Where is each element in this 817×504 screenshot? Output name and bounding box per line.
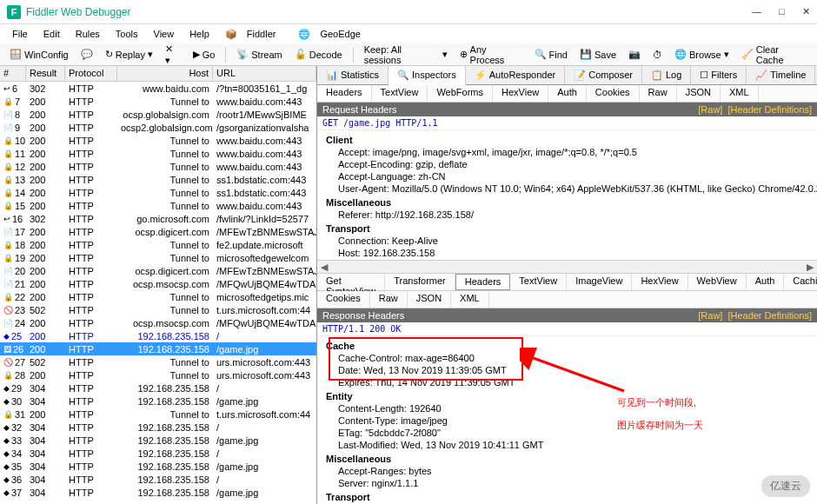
req-tab-auth[interactable]: Auth xyxy=(548,85,587,102)
req-defs-link[interactable]: [Header Definitions] xyxy=(727,104,812,115)
menu-rules[interactable]: Rules xyxy=(69,27,107,41)
minimize-button[interactable]: — xyxy=(752,6,761,17)
col-result[interactable]: Result xyxy=(26,66,65,81)
any-process-button[interactable]: ⊕ Any Process xyxy=(455,43,527,67)
menu-geoedge[interactable]: 🌐 GeoEdge xyxy=(291,25,374,43)
session-row[interactable]: 📄17200HTTPocsp.digicert.com/MFEwTzBNMEsw… xyxy=(0,225,316,238)
svg-line-0 xyxy=(528,356,624,391)
session-row[interactable]: 🔒28200HTTPTunnel tours.microsoft.com:443 xyxy=(0,368,316,381)
session-row[interactable]: 🔒11200HTTPTunnel towww.baidu.com:443 xyxy=(0,147,316,160)
resp-tab-xml[interactable]: XML xyxy=(451,291,489,308)
session-row[interactable]: ◆34304HTTP192.168.235.158/ xyxy=(0,447,316,460)
tab-autoresponder[interactable]: ⚡ AutoResponder xyxy=(466,66,565,84)
screenshot-button[interactable]: 📷 xyxy=(624,47,645,62)
resp-tab-webview[interactable]: WebView xyxy=(688,274,747,290)
winconfig-button[interactable]: 🪟 WinConfig xyxy=(5,47,73,62)
clear-cache-button[interactable]: 🧹 Clear Cache xyxy=(737,43,812,67)
session-row[interactable]: 🔒19200HTTPTunnel tomicrosoftedgewelcom xyxy=(0,251,316,264)
session-row[interactable]: 📄20200HTTPocsp.digicert.com/MFEwTzBNMEsw… xyxy=(0,264,316,277)
resp-defs-link[interactable]: [Header Definitions] xyxy=(727,310,812,321)
resp-tab-syntax[interactable]: Get SyntaxView xyxy=(317,274,385,290)
req-tab-webforms[interactable]: WebForms xyxy=(428,85,493,102)
menu-fiddler[interactable]: 📦 Fiddler xyxy=(218,25,290,43)
resp-tab-hexview[interactable]: HexView xyxy=(632,274,687,290)
col-protocol[interactable]: Protocol xyxy=(65,66,117,81)
col-host[interactable]: Host xyxy=(117,66,213,81)
comment-button[interactable]: 💬 xyxy=(76,47,97,62)
col-url[interactable]: URL xyxy=(213,66,316,81)
keep-sessions-dropdown[interactable]: Keep: All sessions ▾ xyxy=(360,43,452,67)
resp-tab-textview[interactable]: TextView xyxy=(510,274,567,290)
resp-tab-raw[interactable]: Raw xyxy=(370,291,408,308)
menu-tools[interactable]: Tools xyxy=(109,27,145,41)
session-row[interactable]: 🔒14200HTTPTunnel toss1.bdstatic.com:443 xyxy=(0,186,316,199)
horizontal-scrollbar[interactable]: ◀▶ xyxy=(317,260,817,274)
req-raw-link[interactable]: [Raw] xyxy=(698,104,722,115)
browse-button[interactable]: 🌐 Browse ▾ xyxy=(670,47,734,62)
stream-button[interactable]: 📡 Stream xyxy=(232,47,286,62)
session-row[interactable]: ◆30304HTTP192.168.235.158/game.jpg xyxy=(0,395,316,408)
session-row[interactable]: 🔒15200HTTPTunnel towww.baidu.com:443 xyxy=(0,199,316,212)
tab-filters[interactable]: ☐ Filters xyxy=(691,66,747,84)
go-button[interactable]: ▶ Go xyxy=(189,47,220,62)
session-row[interactable]: 🔒31200HTTPTunnel tot.urs.microsoft.com:4… xyxy=(0,408,316,421)
session-row[interactable]: ◆37304HTTP192.168.235.158/game.jpg xyxy=(0,486,316,499)
tab-timeline[interactable]: 📈 Timeline xyxy=(747,66,815,84)
session-list[interactable]: ↩6302HTTPwww.baidu.com/?tn=80035161_1_dg… xyxy=(0,82,316,504)
req-tab-textview[interactable]: TextView xyxy=(372,85,428,102)
session-row[interactable]: 🔒13200HTTPTunnel toss1.bdstatic.com:443 xyxy=(0,173,316,186)
session-row[interactable]: 🔒10200HTTPTunnel towww.baidu.com:443 xyxy=(0,134,316,147)
save-button[interactable]: 💾 Save xyxy=(575,47,621,62)
session-row[interactable]: ◆36304HTTP192.168.235.158/ xyxy=(0,473,316,486)
resp-tab-caching[interactable]: Caching xyxy=(784,274,817,290)
session-row[interactable]: ◆25200HTTP192.168.235.158/ xyxy=(0,329,316,342)
resp-tab-imageview[interactable]: ImageView xyxy=(567,274,632,290)
resp-tab-transformer[interactable]: Transformer xyxy=(385,274,455,290)
resp-tab-cookies[interactable]: Cookies xyxy=(317,291,370,308)
req-tab-headers[interactable]: Headers xyxy=(317,85,372,102)
session-row[interactable]: ↩16302HTTPgo.microsoft.com/fwlink/?LinkI… xyxy=(0,212,316,225)
col-id[interactable]: # xyxy=(0,66,26,81)
session-row[interactable]: 🖼26200HTTP192.168.235.158/game.jpg xyxy=(0,342,316,355)
tab-inspectors[interactable]: 🔍 Inspectors xyxy=(389,66,466,85)
menu-help[interactable]: Help xyxy=(183,27,216,41)
resp-tab-headers[interactable]: Headers xyxy=(455,274,511,290)
decode-button[interactable]: 🔓 Decode xyxy=(290,47,347,62)
resp-tab-auth[interactable]: Auth xyxy=(747,274,785,290)
session-row[interactable]: 🔒18200HTTPTunnel tofe2.update.microsoft xyxy=(0,238,316,251)
session-row[interactable]: 🚫27502HTTPTunnel tours.microsoft.com:443 xyxy=(0,355,316,368)
resp-raw-link[interactable]: [Raw] xyxy=(698,310,722,321)
session-row[interactable]: ◆32304HTTP192.168.235.158/ xyxy=(0,421,316,434)
find-button[interactable]: 🔍 Find xyxy=(530,47,572,62)
session-row[interactable]: ◆33304HTTP192.168.235.158/game.jpg xyxy=(0,434,316,447)
menu-view[interactable]: View xyxy=(147,27,182,41)
menu-file[interactable]: File xyxy=(5,27,35,41)
menu-edit[interactable]: Edit xyxy=(37,27,67,41)
inspector-tabs: 📊 Statistics 🔍 Inspectors ⚡ AutoResponde… xyxy=(317,66,817,85)
session-row[interactable]: 🔒22200HTTPTunnel tomicrosoftedgetips.mic xyxy=(0,290,316,303)
req-tab-hexview[interactable]: HexView xyxy=(493,85,548,102)
session-row[interactable]: 🔒7200HTTPTunnel towww.baidu.com:443 xyxy=(0,95,316,108)
resp-tab-json[interactable]: JSON xyxy=(408,291,451,308)
maximize-button[interactable]: □ xyxy=(779,6,785,17)
req-tab-cookies[interactable]: Cookies xyxy=(587,85,640,102)
session-row[interactable]: 🔒12200HTTPTunnel towww.baidu.com:443 xyxy=(0,160,316,173)
timer-button[interactable]: ⏱ xyxy=(648,48,667,62)
remove-button[interactable]: ✕ ▾ xyxy=(161,42,185,68)
session-row[interactable]: 🚫23502HTTPTunnel tot.urs.microsoft.com:4… xyxy=(0,303,316,316)
session-row[interactable]: 📄24200HTTPocsp.msocsp.com/MFQwUjBQME4wTD… xyxy=(0,316,316,329)
req-tab-xml[interactable]: XML xyxy=(721,85,759,102)
session-row[interactable]: 📄8200HTTPocsp.globalsign.com/rootr1/MEww… xyxy=(0,108,316,121)
tab-statistics[interactable]: 📊 Statistics xyxy=(317,66,389,84)
req-tab-json[interactable]: JSON xyxy=(677,85,721,102)
replay-button[interactable]: ↻ Replay ▾ xyxy=(101,47,157,62)
tab-log[interactable]: 📋 Log xyxy=(642,66,691,84)
session-row[interactable]: 📄9200HTTPocsp2.globalsign.com/gsorganiza… xyxy=(0,121,316,134)
session-row[interactable]: 📄21200HTTPocsp.msocsp.com/MFQwUjBQME4wTD… xyxy=(0,277,316,290)
close-button[interactable]: ✕ xyxy=(802,6,810,17)
session-row[interactable]: ↩6302HTTPwww.baidu.com/?tn=80035161_1_dg xyxy=(0,82,316,95)
session-row[interactable]: ◆29304HTTP192.168.235.158/ xyxy=(0,381,316,395)
req-tab-raw[interactable]: Raw xyxy=(640,85,677,102)
tab-composer[interactable]: 📝 Composer xyxy=(565,66,642,84)
session-row[interactable]: ◆35304HTTP192.168.235.158/game.jpg xyxy=(0,460,316,473)
